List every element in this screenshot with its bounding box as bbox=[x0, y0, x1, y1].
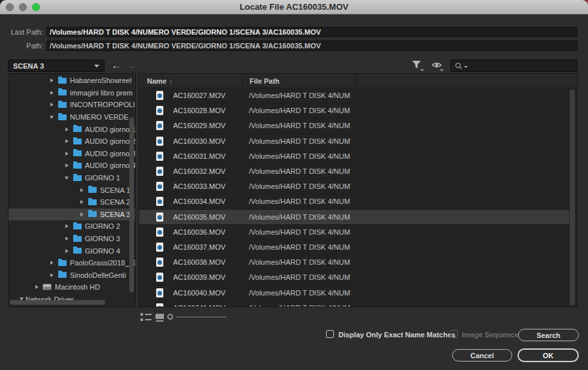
chevron-down-icon[interactable] bbox=[48, 113, 56, 121]
file-name: AC160035.MOV bbox=[163, 213, 242, 221]
search-button[interactable]: Search bbox=[518, 329, 579, 341]
file-row[interactable]: AC160029.MOV/Volumes/HARD T DISK 4/NUME bbox=[139, 118, 569, 133]
file-row[interactable]: AC160039.MOV/Volumes/HARD T DISK 4/NUME bbox=[139, 270, 569, 285]
chevron-right-icon[interactable] bbox=[63, 247, 71, 255]
zoom-button[interactable] bbox=[32, 3, 40, 11]
preview-eye-icon[interactable] bbox=[431, 60, 443, 71]
file-row[interactable]: AC160030.MOV/Volumes/HARD T DISK 4/NUME bbox=[139, 134, 569, 149]
chevron-right-icon[interactable] bbox=[78, 198, 86, 206]
tree-item-sinododellegenti[interactable]: SinodoDelleGenti bbox=[8, 269, 136, 282]
tree-item-audio-giorno-3[interactable]: AUDIO giorno 3 bbox=[8, 148, 136, 160]
file-path: /Volumes/HARD T DISK 4/NUME bbox=[242, 182, 350, 190]
tree-item-numero-verde[interactable]: NUMERO VERDE bbox=[8, 111, 136, 124]
zoom-slider-track[interactable] bbox=[176, 316, 227, 318]
file-name: AC160031.MOV bbox=[163, 152, 242, 160]
file-row[interactable]: AC160038.MOV/Volumes/HARD T DISK 4/NUME bbox=[139, 255, 569, 270]
chevron-right-icon[interactable] bbox=[63, 235, 71, 243]
file-row[interactable]: AC160033.MOV/Volumes/HARD T DISK 4/NUME bbox=[139, 179, 569, 194]
folder-icon bbox=[73, 139, 82, 144]
file-row[interactable]: AC160028.MOV/Volumes/HARD T DISK 4/NUME bbox=[139, 103, 569, 118]
tree-item-incontropopoli[interactable]: INCONTROPOPOLI bbox=[8, 99, 136, 111]
tree-item-giorno-1[interactable]: GIORNO 1 bbox=[8, 172, 136, 184]
cancel-button[interactable]: Cancel bbox=[452, 349, 512, 362]
back-arrow-icon[interactable]: ← bbox=[110, 58, 123, 71]
chevron-right-icon[interactable] bbox=[48, 259, 56, 267]
file-path-column-label: File Path bbox=[250, 77, 280, 85]
folder-icon bbox=[58, 102, 67, 108]
path-label: Path: bbox=[0, 42, 43, 50]
chevron-right-icon[interactable] bbox=[63, 161, 71, 169]
tree-item-scena-3[interactable]: SCENA 3 bbox=[8, 209, 136, 221]
tree-item-audio-giorno-2[interactable]: AUDIO giorno 2 bbox=[8, 135, 136, 148]
minimize-button[interactable] bbox=[19, 3, 27, 11]
thumbnail-view-icon[interactable] bbox=[155, 314, 164, 322]
chevron-right-icon[interactable] bbox=[63, 137, 71, 145]
file-name: AC160030.MOV bbox=[163, 137, 242, 145]
close-button[interactable] bbox=[6, 3, 14, 11]
file-row[interactable]: AC160041.MOV/Volumes/HARD T DISK 4/NUME bbox=[139, 301, 569, 307]
file-path: /Volumes/HARD T DISK 4/NUME bbox=[242, 197, 350, 205]
tree-item-audio-giorno-4[interactable]: AUDIO giorno 4 bbox=[8, 160, 136, 172]
file-row[interactable]: AC160037.MOV/Volumes/HARD T DISK 4/NUME bbox=[139, 240, 569, 255]
movie-file-icon bbox=[156, 227, 163, 237]
column-header-name[interactable]: Name↑ bbox=[139, 77, 242, 85]
filter-funnel-icon[interactable] bbox=[412, 60, 423, 71]
chevron-down-icon[interactable] bbox=[63, 174, 71, 182]
folder-icon bbox=[58, 114, 67, 120]
exact-matches-checkbox[interactable] bbox=[326, 330, 334, 338]
list-view-icon[interactable] bbox=[140, 313, 152, 322]
tree-item-immagini-libro-prem[interactable]: immagini libro prem bbox=[8, 87, 136, 99]
file-row[interactable]: AC160040.MOV/Volumes/HARD T DISK 4/NUME bbox=[139, 285, 569, 300]
chevron-right-icon[interactable] bbox=[63, 222, 71, 230]
drive-icon bbox=[42, 284, 52, 290]
file-row[interactable]: AC160032.MOV/Volumes/HARD T DISK 4/NUME bbox=[139, 164, 569, 179]
file-name: AC160039.MOV bbox=[163, 273, 242, 281]
ok-button[interactable]: OK bbox=[517, 348, 579, 362]
tree-item-audio-giorno-1[interactable]: AUDIO giorno 1 bbox=[8, 123, 136, 135]
location-dropdown[interactable]: SCENA 3 bbox=[8, 59, 105, 72]
file-path: /Volumes/HARD T DISK 4/NUME bbox=[242, 304, 350, 307]
titlebar[interactable]: Locate File AC160035.MOV bbox=[0, 0, 588, 14]
movie-file-icon bbox=[156, 303, 163, 307]
tree-horizontal-scrollbar[interactable] bbox=[10, 300, 105, 305]
file-name: AC160027.MOV bbox=[163, 92, 242, 99]
chevron-right-icon[interactable] bbox=[78, 210, 86, 218]
chevron-right-icon[interactable] bbox=[48, 89, 56, 97]
folder-icon bbox=[73, 150, 82, 156]
file-row[interactable]: AC160034.MOV/Volumes/HARD T DISK 4/NUME bbox=[139, 194, 569, 209]
file-name: AC160033.MOV bbox=[163, 182, 242, 190]
tree-item-scena-1[interactable]: SCENA 1 bbox=[8, 184, 136, 196]
tree-item-paolograssi2018-19[interactable]: PaoloGrassi2018_19 bbox=[8, 257, 136, 269]
folder-icon bbox=[58, 260, 67, 266]
column-header-file-path[interactable]: File Path bbox=[242, 74, 357, 88]
chevron-right-icon[interactable] bbox=[33, 283, 41, 291]
tree-vertical-scrollbar[interactable] bbox=[129, 117, 134, 292]
list-vertical-scrollbar[interactable] bbox=[570, 90, 575, 305]
sort-ascending-icon: ↑ bbox=[169, 78, 172, 85]
tree-item-giorno-4[interactable]: GIORNO 4 bbox=[8, 244, 136, 257]
tree-item-scena-2[interactable]: SCENA 2 bbox=[8, 196, 136, 209]
forward-arrow-icon[interactable]: → bbox=[124, 58, 137, 71]
chevron-right-icon[interactable] bbox=[63, 126, 71, 133]
file-row[interactable]: AC160036.MOV/Volumes/HARD T DISK 4/NUME bbox=[139, 225, 569, 240]
chevron-right-icon[interactable] bbox=[63, 150, 71, 158]
file-name: AC160041.MOV bbox=[163, 304, 242, 307]
file-row[interactable]: AC160035.MOV/Volumes/HARD T DISK 4/NUME bbox=[139, 210, 569, 225]
chevron-right-icon[interactable] bbox=[78, 186, 86, 194]
file-rows: AC160027.MOV/Volumes/HARD T DISK 4/NUMEA… bbox=[139, 88, 577, 307]
tree-item-macintosh-hd[interactable]: Macintosh HD bbox=[8, 281, 136, 294]
file-path: /Volumes/HARD T DISK 4/NUME bbox=[242, 92, 350, 99]
chevron-right-icon[interactable] bbox=[48, 76, 56, 84]
movie-file-icon bbox=[156, 273, 163, 282]
file-row[interactable]: AC160031.MOV/Volumes/HARD T DISK 4/NUME bbox=[139, 149, 569, 164]
chevron-right-icon[interactable] bbox=[48, 271, 56, 279]
name-column-label: Name bbox=[147, 77, 167, 85]
chevron-right-icon[interactable] bbox=[48, 101, 56, 109]
tree-item-giorno-3[interactable]: GIORNO 3 bbox=[8, 233, 136, 245]
search-input[interactable] bbox=[450, 59, 578, 72]
zoom-slider-knob[interactable] bbox=[167, 314, 173, 320]
tree-item-giorno-2[interactable]: GIORNO 2 bbox=[8, 220, 136, 233]
tree-item-habaneroshowreel[interactable]: HabaneroShowreel bbox=[8, 75, 136, 87]
location-dropdown-value: SCENA 3 bbox=[13, 62, 44, 70]
file-row[interactable]: AC160027.MOV/Volumes/HARD T DISK 4/NUME bbox=[139, 88, 569, 103]
